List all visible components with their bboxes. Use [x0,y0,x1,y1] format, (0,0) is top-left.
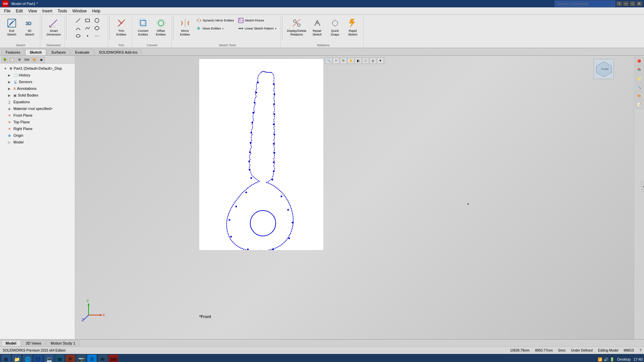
tab-3d-views[interactable]: 3D Views [21,340,46,346]
tree-item-annotations[interactable]: ▶ A Annotations [1,85,73,92]
dm-tab[interactable]: DM [23,57,30,63]
tree-item-sensors[interactable]: ▶ 📡 Sensors [1,78,73,85]
arc-button[interactable] [74,24,83,32]
tree-item-equations[interactable]: ∑ Equations [1,99,73,105]
tree-item-material[interactable]: ◈ Material <not specified> [1,105,73,112]
help-button[interactable]: ? [616,1,622,6]
svg-marker-78 [88,303,90,305]
rotate-view-button[interactable]: ↻ [340,58,347,64]
battery-icon: 🔋 [610,357,614,362]
tree-item-origin[interactable]: ⊕ Origin [1,132,73,139]
polygon-button[interactable] [93,24,101,32]
property-manager-tab[interactable]: 📋 [9,57,15,63]
taskbar-email[interactable]: ✉ [98,355,107,362]
rapid-sketch-button[interactable]: RapidSketch [344,17,361,38]
display-mode-button[interactable]: □ [362,58,369,64]
point-button[interactable] [83,32,92,40]
menu-insert[interactable]: Insert [40,8,55,14]
rp-custom-properties[interactable]: 📝 [635,101,643,109]
close-button[interactable]: ✕ [637,1,642,6]
desktop-label[interactable]: Desktop [617,357,631,361]
taskbar-browser[interactable]: 🌐 [23,355,32,362]
quick-snaps-button[interactable]: QuickSnaps [327,17,343,38]
more-views-button[interactable]: ▼ [377,58,384,64]
rp-design-library[interactable]: 📚 [635,66,643,74]
coord-z: 0mm [558,349,566,352]
trim-entities-button[interactable]: TrimEntities [113,17,130,38]
taskbar-file-explorer[interactable]: 📁 [12,355,21,362]
config-manager-tab[interactable]: ⚙ [16,57,23,63]
taskbar: ⊞ 📁 🌐 🛡 💻 W P 📷 S ✉ SW 📶 🔊 🔋 Desktop 17:… [0,354,644,362]
orientation-cube[interactable]: Front [594,59,614,79]
repair-sketch-button[interactable]: RepairSketch [309,17,326,38]
linear-sketch-pattern-button[interactable]: Linear Sketch Pattern ▼ [236,25,278,32]
viewport[interactable]: 🔍 + ↻ ✋ ◧ □ ◎ ▼ [75,56,634,339]
rp-appearances[interactable]: 🎨 [635,92,643,100]
start-button[interactable]: ⊞ [1,355,11,362]
section-view-button[interactable]: ◧ [355,58,362,64]
tab-features[interactable]: Features [1,49,24,55]
tab-surfaces[interactable]: Surfaces [47,49,70,55]
tree-item-top-plane[interactable]: ✕ Top Plane [1,119,73,125]
taskbar-solidworks[interactable]: SW [109,355,118,362]
menu-window[interactable]: Window [70,8,90,14]
menu-help[interactable]: Help [90,8,103,14]
svg-line-1 [8,19,16,27]
appearance-tab[interactable]: 🎨 [31,57,38,63]
taskbar-word[interactable]: W [55,355,64,362]
line-button[interactable] [74,17,83,24]
tree-item-right-plane[interactable]: ✕ Right Plane [1,125,73,132]
panel-collapse-handle[interactable]: ◀ [641,181,644,192]
rp-solidworks-resources[interactable]: 🔴 [635,57,643,65]
dynamic-mirror-button[interactable]: Dynamic Mirror Entities [195,17,235,24]
expand-panel[interactable]: ▶ [38,57,45,63]
zoom-in-button[interactable]: + [333,58,339,64]
zoom-to-fit-button[interactable]: 🔍 [325,58,332,64]
tab-sketch[interactable]: Sketch [25,49,46,55]
menu-view[interactable]: View [25,8,40,14]
tab-motion-study-1[interactable]: Motion Study 1 [46,340,79,346]
sketch-tools-group: ExitSketch 3D 3DSketch Sketch [1,16,40,48]
view-orient-button[interactable]: ◎ [370,58,376,64]
help-icon[interactable]: ? [639,349,641,352]
tab-addins[interactable]: SOLIDWORKS Add-Ins [95,49,142,55]
ellipse-button[interactable] [74,32,83,40]
taskbar-security[interactable]: 🛡 [34,355,43,362]
taskbar-photos[interactable]: 📷 [76,355,86,362]
pan-button[interactable]: ✋ [347,58,354,64]
feature-tree-tab[interactable]: 🌳 [1,57,8,63]
rp-search[interactable]: 🔍 [635,83,643,91]
coord-x: 10639.79mm [510,349,530,352]
maximize-button[interactable]: □ [630,1,635,6]
tree-root-part[interactable]: ▼ ⚙ Part1 (Default<Default>_Disp [1,65,73,72]
circle-button[interactable] [93,17,101,24]
menu-file[interactable]: File [1,8,13,14]
display-delete-relations-button[interactable]: Display/DeleteRelations [286,17,308,38]
spline-button[interactable] [83,24,92,32]
offset-entities-button[interactable]: OffsetEntities [153,17,169,38]
svg-point-48 [249,169,251,171]
move-entities-button[interactable]: ✥ Move Entities ▼ [195,25,235,32]
smart-dimension-button[interactable]: ↔ SmartDimension [45,17,62,38]
tab-evaluate[interactable]: Evaluate [71,49,94,55]
centerline-button[interactable] [93,32,101,40]
menu-tools[interactable]: Tools [55,8,70,14]
tree-item-solid-bodies[interactable]: ▶ ▣ Solid Bodies [1,92,73,99]
taskbar-skype[interactable]: S [87,355,97,362]
sketch-picture-button[interactable]: Sketch Picture [236,17,278,24]
tab-model[interactable]: Model [1,340,21,346]
rp-file-explorer[interactable]: 📁 [635,74,643,82]
tree-item-front-plane[interactable]: ✕ Front Plane [1,112,73,119]
tree-item-history[interactable]: ▶ 🕐 History [1,72,73,78]
corner-rect-button[interactable] [83,17,92,24]
tree-item-model[interactable]: ▷ Model [1,139,73,145]
minimize-button[interactable]: — [623,1,629,6]
taskbar-powerpoint[interactable]: P [66,355,75,362]
mirror-entities-button[interactable]: MirrorEntities [177,17,194,38]
convert-entities-button[interactable]: ConvertEntities [135,17,152,38]
3d-sketch-button[interactable]: 3D 3DSketch [21,17,38,38]
taskbar-computer[interactable]: 💻 [44,355,54,362]
exit-sketch-button[interactable]: ExitSketch [3,17,20,38]
search-commands-input[interactable] [555,1,615,7]
menu-edit[interactable]: Edit [13,8,25,14]
